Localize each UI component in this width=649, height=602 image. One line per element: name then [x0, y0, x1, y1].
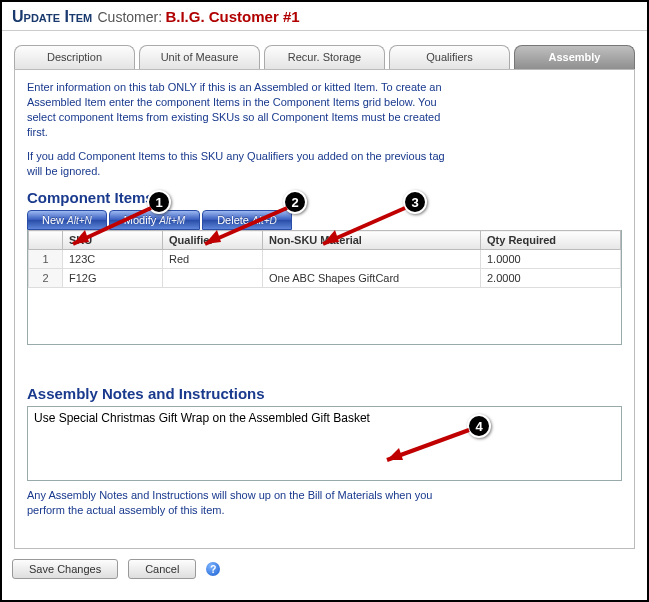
delete-button[interactable]: Delete Alt+D [202, 210, 292, 230]
cell-sku: F12G [63, 269, 163, 288]
component-button-bar: New Alt+N Modify Alt+M Delete Alt+D [27, 210, 622, 230]
table-row[interactable]: 2 F12G One ABC Shapes GiftCard 2.0000 [29, 269, 621, 288]
modify-button-hint: Alt+M [159, 215, 185, 226]
tab-bar: Description Unit of Measure Recur. Stora… [2, 31, 647, 69]
help-icon[interactable]: ? [206, 562, 220, 576]
tab-description[interactable]: Description [14, 45, 135, 69]
col-nonsku[interactable]: Non-SKU Material [263, 231, 481, 250]
table-header-row: SKU Qualifier Non-SKU Material Qty Requi… [29, 231, 621, 250]
component-items-table: SKU Qualifier Non-SKU Material Qty Requi… [28, 230, 621, 288]
cell-sku: 123C [63, 250, 163, 269]
delete-button-hint: Alt+D [252, 215, 277, 226]
col-qty[interactable]: Qty Required [481, 231, 621, 250]
col-rownum[interactable] [29, 231, 63, 250]
cell-nonsku: One ABC Shapes GiftCard [263, 269, 481, 288]
customer-label: Customer: [97, 9, 162, 25]
new-button-hint: Alt+N [67, 215, 92, 226]
cell-rownum: 1 [29, 250, 63, 269]
cancel-button[interactable]: Cancel [128, 559, 196, 579]
cell-qty: 2.0000 [481, 269, 621, 288]
component-items-grid[interactable]: SKU Qualifier Non-SKU Material Qty Requi… [27, 230, 622, 345]
save-changes-button[interactable]: Save Changes [12, 559, 118, 579]
page-header: Update Item Customer: B.I.G. Customer #1 [2, 2, 647, 31]
customer-name: B.I.G. Customer #1 [165, 8, 299, 25]
page-title: Update Item [12, 8, 92, 25]
cell-nonsku [263, 250, 481, 269]
assembly-notes-footer: Any Assembly Notes and Instructions will… [27, 488, 457, 518]
table-row[interactable]: 1 123C Red 1.0000 [29, 250, 621, 269]
modify-button-label: Modify [124, 214, 156, 226]
info-text: Enter information on this tab ONLY if th… [27, 80, 457, 179]
tab-recur-storage[interactable]: Recur. Storage [264, 45, 385, 69]
new-button-label: New [42, 214, 64, 226]
delete-button-label: Delete [217, 214, 249, 226]
tab-assembly[interactable]: Assembly [514, 45, 635, 69]
modify-button[interactable]: Modify Alt+M [109, 210, 200, 230]
info-paragraph-1: Enter information on this tab ONLY if th… [27, 80, 457, 139]
component-items-title: Component Items [27, 189, 622, 206]
cell-qualifier [163, 269, 263, 288]
assembly-notes-input[interactable] [27, 406, 622, 481]
new-button[interactable]: New Alt+N [27, 210, 107, 230]
assembly-notes-title: Assembly Notes and Instructions [27, 385, 622, 402]
cell-rownum: 2 [29, 269, 63, 288]
col-qualifier[interactable]: Qualifier [163, 231, 263, 250]
tab-unit-of-measure[interactable]: Unit of Measure [139, 45, 260, 69]
footer-bar: Save Changes Cancel ? [2, 555, 647, 585]
info-paragraph-2: If you add Component Items to this SKU a… [27, 149, 457, 179]
cell-qualifier: Red [163, 250, 263, 269]
col-sku[interactable]: SKU [63, 231, 163, 250]
tab-content: Enter information on this tab ONLY if th… [14, 69, 635, 549]
cell-qty: 1.0000 [481, 250, 621, 269]
tab-qualifiers[interactable]: Qualifiers [389, 45, 510, 69]
